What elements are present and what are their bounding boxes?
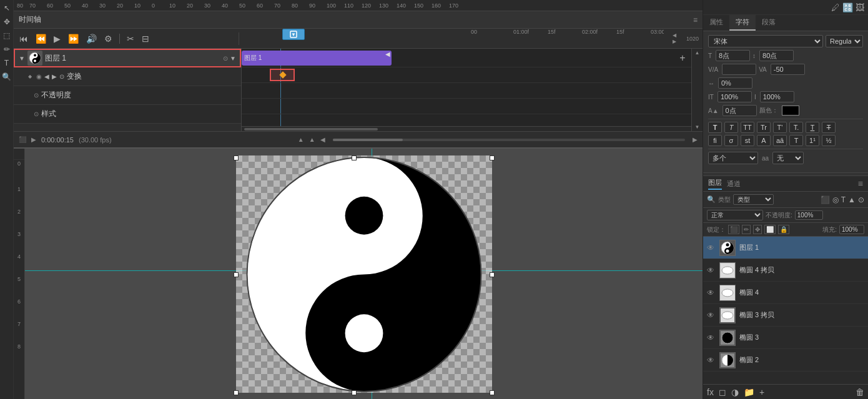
add-style-icon[interactable]: fx: [707, 387, 714, 397]
filter-toggle[interactable]: ⊙: [858, 195, 864, 204]
sel-handle-tr[interactable]: [490, 155, 495, 160]
font-size-input[interactable]: [716, 50, 750, 61]
settings-btn[interactable]: ⚙: [102, 32, 114, 45]
footer-timeline-scroll[interactable]: [333, 139, 685, 141]
layer-solo-icon[interactable]: ⊙: [223, 55, 228, 62]
multi-select[interactable]: 多个: [708, 152, 758, 164]
layer-item-6[interactable]: 👁 椭圆 2: [703, 349, 868, 372]
next-frame-btn[interactable]: ⏩: [66, 32, 81, 45]
font-family-select[interactable]: 宋体: [708, 35, 823, 47]
fmt-T-dot[interactable]: T.: [789, 122, 803, 133]
sub-expand[interactable]: ◆: [26, 74, 34, 79]
ot-aa[interactable]: aā: [773, 135, 787, 146]
vscale-input[interactable]: [718, 91, 752, 102]
sub-stopwatch[interactable]: ◉: [36, 73, 42, 80]
topbar-icon1[interactable]: 🖊: [831, 2, 840, 12]
ot-fi[interactable]: fi: [708, 135, 722, 146]
filter-pixel-icon[interactable]: ⬛: [821, 195, 830, 204]
lock-checkerboard[interactable]: ⬛: [728, 225, 739, 234]
layer-eye-3[interactable]: 👁: [707, 288, 716, 297]
add-layer-icon[interactable]: +: [759, 387, 764, 397]
fill-input[interactable]: [839, 225, 864, 234]
timeline-sublayer-opacity[interactable]: ⊙ 不透明度: [14, 86, 241, 105]
footer-icon4[interactable]: ▲: [309, 136, 315, 143]
ot-A[interactable]: A: [757, 135, 771, 146]
fmt-Tr[interactable]: Tr: [757, 122, 771, 133]
playhead-icon[interactable]: ▼: [282, 29, 305, 40]
cut-btn[interactable]: ✂: [125, 32, 136, 45]
fmt-T-apos[interactable]: T': [773, 122, 787, 133]
add-layer-btn[interactable]: +: [677, 52, 688, 64]
filter-adjust-icon[interactable]: ◎: [832, 195, 839, 204]
footer-icon2[interactable]: ▶: [31, 136, 36, 143]
footer-icon3[interactable]: ▲: [298, 136, 304, 143]
sub-arrow-r[interactable]: ▶: [52, 73, 57, 80]
filter-shape-icon[interactable]: ▲: [848, 195, 856, 204]
timeline-scrollbar[interactable]: [242, 126, 691, 131]
timeline-scrollbar-thumb[interactable]: [244, 128, 378, 131]
opacity-input[interactable]: [795, 210, 823, 220]
prev-frame-btn[interactable]: ⏪: [34, 32, 48, 45]
track-row-transform[interactable]: [242, 67, 691, 83]
baseline-input[interactable]: [723, 105, 757, 116]
footer-icon1[interactable]: ⬛: [19, 136, 26, 143]
footer-scroll-r[interactable]: ▶: [693, 136, 698, 143]
ot-frac[interactable]: ½: [822, 135, 836, 146]
sub-stopwatch2[interactable]: ⊙: [59, 73, 64, 80]
hscale-input[interactable]: [718, 77, 752, 89]
track-bar-main[interactable]: 图层 1 ◀: [242, 51, 392, 66]
tab-attributes[interactable]: 属性: [703, 15, 729, 31]
layer-eye-6[interactable]: 👁: [707, 356, 716, 365]
layers-settings-icon[interactable]: ≡: [858, 179, 863, 189]
delete-layer-icon[interactable]: 🗑: [856, 387, 864, 397]
add-mask-icon[interactable]: ◻: [719, 387, 726, 397]
tab-channels[interactable]: 通道: [727, 179, 741, 189]
strip-btn[interactable]: ⊟: [140, 32, 151, 45]
filter-type-select[interactable]: 类型: [733, 194, 774, 205]
track-row-opacity[interactable]: [242, 83, 691, 99]
sel-handle-br[interactable]: [490, 390, 495, 395]
play-btn[interactable]: ▶: [52, 32, 62, 45]
topbar-icon2[interactable]: 🔠: [842, 2, 853, 12]
lock-all[interactable]: 🔒: [778, 225, 789, 234]
lock-brush[interactable]: ✏: [742, 225, 751, 234]
ot-st[interactable]: st: [741, 135, 754, 146]
fmt-T-under[interactable]: T: [806, 122, 819, 133]
timeline-vscroll[interactable]: ▲ ▼: [691, 49, 703, 131]
timeline-scroll-arrows[interactable]: ◀ ▶: [669, 32, 680, 44]
track-row-main[interactable]: 图层 1 ◀ +: [242, 49, 691, 67]
aa-select[interactable]: 无: [772, 152, 804, 164]
layer-eye-5[interactable]: 👁: [707, 333, 716, 342]
blend-mode-select[interactable]: 正常: [707, 210, 763, 220]
fmt-italic[interactable]: T: [724, 122, 738, 133]
tool-select[interactable]: ⬚: [1, 30, 12, 41]
footer-scroll-thumb[interactable]: [333, 139, 403, 141]
tracking-input[interactable]: [771, 64, 805, 75]
timeline-sublayer-style[interactable]: ⊙ 样式: [14, 105, 241, 124]
tab-paragraph[interactable]: 段落: [756, 15, 782, 31]
tool-zoom[interactable]: 🔍: [1, 71, 12, 82]
fmt-bold[interactable]: T: [708, 122, 722, 133]
va-input[interactable]: [722, 64, 756, 75]
layer-item-3[interactable]: 👁 椭圆 4: [703, 282, 868, 304]
sub-arrow-l[interactable]: ◀: [44, 73, 49, 80]
timeline-sublayer-transform[interactable]: ◆ ◉ ◀ ▶ ⊙ 变换: [14, 67, 241, 86]
sub-style-stopwatch[interactable]: ⊙: [34, 111, 39, 117]
sel-handle-mr[interactable]: [490, 272, 495, 277]
lock-artboard[interactable]: ⬜: [764, 225, 776, 234]
sel-handle-ml[interactable]: [234, 272, 239, 277]
tool-move[interactable]: ✥: [1, 16, 12, 27]
footer-scroll-l[interactable]: ◀: [320, 136, 325, 143]
layer-item-2[interactable]: 👁 椭圆 4 拷贝: [703, 259, 868, 282]
timeline-layer-row-main[interactable]: ▼ 图层 1 ⊙ ▼: [14, 49, 241, 67]
timeline-menu-icon[interactable]: ≡: [693, 16, 698, 24]
layer-eye-4[interactable]: 👁: [707, 311, 716, 320]
ot-T[interactable]: T: [789, 135, 803, 146]
add-group-icon[interactable]: 📁: [744, 387, 754, 397]
font-style-select[interactable]: Regular: [826, 35, 863, 47]
rewind-btn[interactable]: ⏮: [17, 32, 30, 45]
tab-layers[interactable]: 图层: [708, 178, 722, 190]
tool-text[interactable]: T: [1, 57, 12, 69]
audio-btn[interactable]: 🔊: [84, 32, 99, 45]
layer-item-5[interactable]: 👁 椭圆 3: [703, 327, 868, 349]
